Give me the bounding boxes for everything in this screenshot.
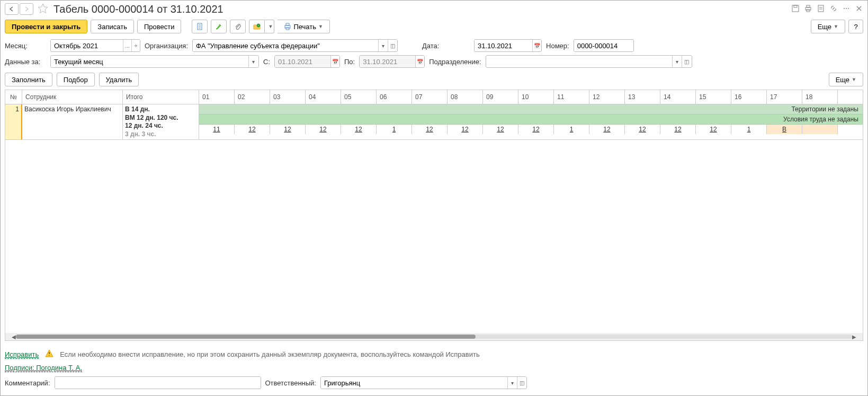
th-day[interactable]: 18	[802, 90, 838, 104]
help-button[interactable]: ?	[848, 20, 863, 33]
delete-button[interactable]: Удалить	[99, 73, 139, 86]
th-num[interactable]: №	[5, 90, 22, 104]
subdivision-field[interactable]: ▾ ◫	[486, 55, 692, 68]
day-cell[interactable]: 1	[731, 125, 767, 134]
scrollbar-track[interactable]	[16, 335, 852, 339]
table-row[interactable]: 1 Васикоска Игорь Ираклиевич В 14 дн. ВМ…	[5, 104, 863, 140]
th-day[interactable]: 11	[554, 90, 589, 104]
report-icon[interactable]	[817, 4, 825, 14]
day-cell[interactable]: 11	[199, 125, 235, 134]
th-day[interactable]: 06	[377, 90, 412, 104]
print-button[interactable]: Печать▼	[278, 20, 330, 33]
th-day[interactable]: 08	[448, 90, 483, 104]
date-field[interactable]: 📅	[474, 39, 542, 52]
data-for-field[interactable]: ▾	[50, 55, 259, 68]
responsible-field[interactable]: ▾ ◫	[320, 376, 527, 389]
day-cell[interactable]: 12	[625, 125, 660, 134]
subdivision-input[interactable]	[486, 56, 673, 67]
responsible-open-button[interactable]: ◫	[517, 377, 526, 389]
day-cell[interactable]: 12	[518, 125, 554, 134]
th-day[interactable]: 10	[518, 90, 554, 104]
highlight-icon-button[interactable]	[211, 20, 227, 33]
comment-input[interactable]	[55, 377, 261, 389]
responsible-dropdown-button[interactable]: ▾	[507, 377, 517, 389]
scroll-left-icon[interactable]: ◀	[12, 334, 16, 340]
day-cell[interactable]: 12	[660, 125, 696, 134]
th-day[interactable]: 02	[235, 90, 270, 104]
month-spinner-button[interactable]: ÷	[131, 40, 140, 51]
write-button[interactable]: Записать	[91, 20, 134, 33]
day-cell[interactable]: В	[767, 125, 802, 134]
save-icon[interactable]	[791, 4, 800, 14]
th-day[interactable]: 12	[589, 90, 625, 104]
date-calendar-button[interactable]: 📅	[532, 40, 541, 51]
print-icon[interactable]	[804, 4, 812, 14]
month-ellipsis-button[interactable]: …	[123, 40, 131, 51]
number-input[interactable]	[574, 40, 633, 51]
svg-point-10	[257, 24, 260, 27]
table-scroll[interactable]: № Сотрудник Итого 0102030405060708091011…	[5, 90, 863, 333]
fill-button[interactable]: Заполнить	[5, 73, 52, 86]
org-input[interactable]	[193, 40, 378, 51]
day-cell[interactable]: 12	[448, 125, 483, 134]
th-day[interactable]: 17	[767, 90, 802, 104]
close-icon[interactable]	[855, 4, 863, 14]
day-cell[interactable]: 12	[235, 125, 270, 134]
fix-link[interactable]: Исправить	[5, 350, 39, 359]
month-field[interactable]: … ÷	[50, 39, 140, 52]
folder-dropdown-button[interactable]: ▼	[265, 20, 274, 33]
th-day[interactable]: 05	[341, 90, 377, 104]
th-total[interactable]: Итого	[123, 90, 199, 104]
th-day[interactable]: 07	[412, 90, 448, 104]
link-icon[interactable]	[829, 4, 838, 14]
date-input[interactable]	[475, 40, 532, 51]
more-button[interactable]: Еще▼	[811, 20, 845, 33]
day-cell[interactable]: 12	[270, 125, 306, 134]
th-day[interactable]: 14	[660, 90, 696, 104]
sign-link[interactable]: Подписи: Погодина Т. А.	[5, 364, 82, 372]
comment-field[interactable]	[55, 376, 261, 389]
scroll-right-icon[interactable]: ▶	[852, 334, 856, 340]
folder-button[interactable]	[249, 20, 265, 33]
favorite-star-icon[interactable]	[38, 3, 48, 15]
more-label: Еще	[818, 23, 831, 31]
subdivision-open-button[interactable]: ◫	[682, 56, 691, 67]
org-dropdown-button[interactable]: ▾	[378, 40, 388, 51]
th-day[interactable]: 15	[696, 90, 731, 104]
th-day[interactable]: 13	[625, 90, 660, 104]
scrollbar-thumb[interactable]	[16, 335, 476, 339]
doc-icon-button[interactable]	[192, 20, 208, 33]
th-day[interactable]: 03	[270, 90, 306, 104]
nav-forward-button[interactable]	[20, 3, 33, 15]
day-cell[interactable]: 1	[377, 125, 412, 134]
day-cell[interactable]: 12	[696, 125, 731, 134]
day-cell[interactable]	[802, 125, 838, 134]
post-and-close-button[interactable]: Провести и закрыть	[5, 20, 87, 33]
day-cell[interactable]: 12	[341, 125, 377, 134]
table-more-button[interactable]: Еще▼	[829, 73, 863, 86]
more-icon[interactable]	[842, 4, 851, 14]
subdivision-dropdown-button[interactable]: ▾	[672, 56, 682, 67]
post-button[interactable]: Провести	[137, 20, 182, 33]
th-day[interactable]: 16	[731, 90, 767, 104]
th-day[interactable]: 09	[483, 90, 518, 104]
pick-button[interactable]: Подбор	[57, 73, 95, 86]
data-for-dropdown-button[interactable]: ▾	[248, 56, 258, 67]
nav-back-button[interactable]	[5, 3, 19, 15]
responsible-input[interactable]	[321, 377, 507, 389]
th-day[interactable]: 01	[199, 90, 235, 104]
horizontal-scrollbar[interactable]: ◀ ▶	[5, 333, 863, 340]
th-employee[interactable]: Сотрудник	[22, 90, 123, 104]
day-cell[interactable]: 12	[483, 125, 518, 134]
number-field[interactable]	[574, 39, 634, 52]
day-cell[interactable]: 12	[412, 125, 448, 134]
day-cell[interactable]: 1	[554, 125, 589, 134]
day-cell[interactable]: 12	[589, 125, 625, 134]
month-input[interactable]	[51, 40, 123, 51]
data-for-input[interactable]	[51, 56, 248, 67]
day-cell[interactable]: 12	[306, 125, 341, 134]
attach-icon-button[interactable]	[230, 20, 246, 33]
org-field[interactable]: ▾ ◫	[192, 39, 398, 52]
th-day[interactable]: 04	[306, 90, 341, 104]
org-open-button[interactable]: ◫	[388, 40, 397, 51]
